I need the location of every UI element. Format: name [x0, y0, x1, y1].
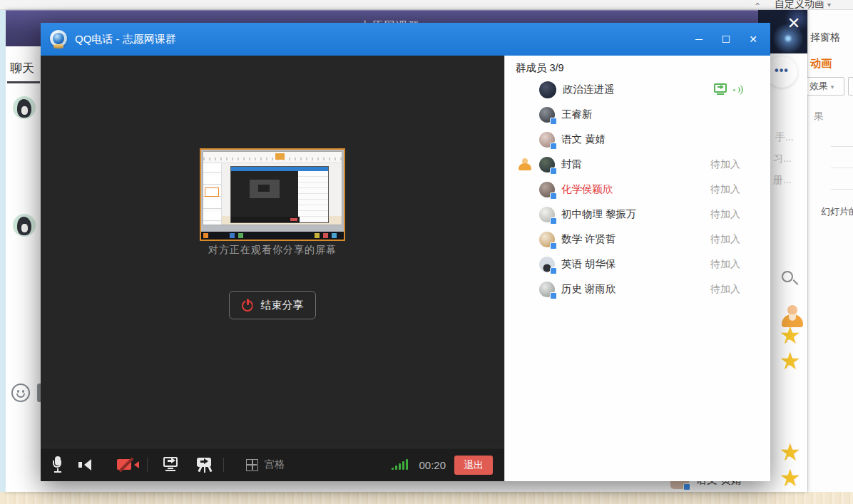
pane-divider	[831, 168, 853, 168]
avatar[interactable]	[13, 96, 36, 119]
avatar	[539, 132, 555, 148]
member-name: 封雷	[561, 158, 582, 171]
effect-label: 效果	[809, 81, 828, 91]
preview-desktop	[201, 150, 344, 240]
device-badge	[550, 217, 557, 225]
device-badge	[550, 168, 557, 175]
chevron-down-icon: ▾	[831, 83, 834, 91]
selection-pane-label[interactable]: 择窗格	[810, 31, 840, 44]
share-status-text: 对方正在观看你分享的屏幕	[41, 244, 504, 257]
custom-animation-dropdown[interactable]: 自定义动画 ▾	[775, 0, 831, 11]
member-row[interactable]: 英语 胡华保 待加入	[505, 252, 770, 277]
device-badge	[683, 483, 690, 490]
add-effect-dropdown[interactable]: 效果 ▾	[805, 77, 844, 96]
clipped-dropdown[interactable]	[848, 77, 853, 96]
pane-divider	[831, 146, 853, 147]
animation-tab-label[interactable]: 动画	[810, 57, 832, 71]
wps-top-strip	[0, 0, 853, 10]
microphone-icon[interactable]	[51, 456, 65, 473]
close-button[interactable]: ✕	[743, 30, 763, 48]
members-panel: 群成员 3/9 政治连进遥 王睿新	[504, 56, 770, 481]
device-badge	[550, 292, 557, 299]
member-row[interactable]: 语文 黄婧	[505, 127, 770, 152]
toolbar-divider	[147, 458, 148, 472]
speaker-icon[interactable]	[77, 458, 91, 472]
call-titlebar: QQ电话 - 志愿网课群 ─ ☐ ✕	[41, 23, 770, 56]
preview-ribbon	[203, 152, 342, 163]
camera-off-icon[interactable]	[117, 458, 137, 472]
chevron-down-icon: ▾	[827, 1, 831, 9]
avatar	[539, 257, 555, 272]
pane-divider	[831, 189, 853, 190]
member-status: 待加入	[710, 183, 740, 196]
avatar	[539, 81, 556, 98]
qzone-star-icon[interactable]: ★z	[777, 465, 803, 490]
member-status: 待加入	[710, 208, 740, 221]
member-row[interactable]: 封雷 待加入	[505, 152, 770, 177]
preview-slide-panel	[203, 163, 222, 225]
end-share-label: 结束分享	[261, 299, 304, 312]
avatar	[539, 157, 555, 173]
member-row[interactable]: 政治连进遥	[505, 77, 770, 102]
member-row[interactable]: 历史 谢雨欣 待加入	[505, 277, 770, 302]
signal-icon	[392, 459, 413, 471]
member-name: 初中物理 黎振万	[561, 207, 637, 221]
qzone-star-icon[interactable]: ★z	[777, 439, 803, 465]
webcam-icon	[50, 30, 68, 48]
projector-icon[interactable]	[195, 457, 214, 473]
avatar-figure	[21, 106, 28, 115]
qzone-star-icon[interactable]: ★z	[777, 322, 803, 348]
device-badge	[550, 242, 557, 250]
members-header: 群成员 3/9	[505, 56, 770, 77]
qq-call-window: QQ电话 - 志愿网课群 ─ ☐ ✕	[41, 23, 770, 481]
avatar	[539, 107, 555, 123]
member-name: 王睿新	[561, 108, 593, 121]
avatar	[539, 232, 555, 247]
custom-animation-label: 自定义动画	[775, 0, 824, 9]
qzone-star-icon[interactable]: ★z	[777, 348, 803, 374]
end-share-button[interactable]: 结束分享	[229, 291, 316, 319]
toolbar-divider	[223, 458, 224, 472]
screen-share-icon[interactable]	[162, 457, 180, 473]
sidebar-item[interactable]: 习...	[773, 153, 792, 165]
member-name: 历史 谢雨欣	[561, 282, 616, 296]
emoji-icon[interactable]	[11, 384, 30, 402]
group-owner-icon	[518, 158, 532, 170]
member-row[interactable]: 王睿新	[505, 102, 770, 127]
preview-nested-call-window	[230, 166, 329, 223]
minimize-button[interactable]: ─	[689, 30, 709, 48]
more-button[interactable]: •••	[766, 56, 797, 88]
avatar	[539, 182, 555, 197]
call-window-title: QQ电话 - 志愿网课群	[75, 33, 176, 46]
device-badge	[550, 192, 557, 200]
member-name: 数学 许贤哲	[561, 232, 616, 246]
call-toolbar: 宫格 00:20 退出	[41, 448, 504, 481]
maximize-button[interactable]: ☐	[716, 30, 736, 48]
effect-fragment-label: 果	[814, 110, 824, 123]
member-name: 化学侯颖欣	[561, 182, 613, 196]
device-badge	[550, 143, 557, 150]
shared-screen-preview	[200, 148, 345, 241]
tab-chat[interactable]: 聊天	[10, 60, 34, 76]
member-name: 政治连进遥	[563, 83, 615, 96]
sharing-audio-icon	[733, 84, 743, 96]
member-name: 语文 黄婧	[561, 133, 606, 146]
screen-share-stage: 对方正在观看你分享的屏幕 结束分享 宫格	[41, 56, 504, 481]
member-row[interactable]: 初中物理 黎振万 待加入	[505, 202, 770, 227]
avatar[interactable]	[13, 214, 36, 237]
search-icon[interactable]	[780, 269, 799, 288]
member-status: 待加入	[710, 158, 740, 171]
member-status: 待加入	[710, 283, 740, 296]
chat-close-button[interactable]: ✕	[782, 13, 806, 34]
exit-button[interactable]: 退出	[454, 456, 493, 475]
member-row[interactable]: 数学 许贤哲 待加入	[505, 227, 770, 252]
grid-view-label[interactable]: 宫格	[265, 458, 285, 471]
avatar-figure	[21, 224, 28, 232]
member-name: 英语 胡华保	[561, 257, 616, 271]
sharing-screen-icon	[714, 83, 728, 96]
avatar	[539, 207, 555, 222]
member-row[interactable]: 化学侯颖欣 待加入	[505, 177, 770, 202]
sidebar-item[interactable]: 册...	[773, 174, 792, 187]
sidebar-item[interactable]: 手...	[775, 131, 794, 144]
grid-view-icon[interactable]	[246, 459, 258, 471]
